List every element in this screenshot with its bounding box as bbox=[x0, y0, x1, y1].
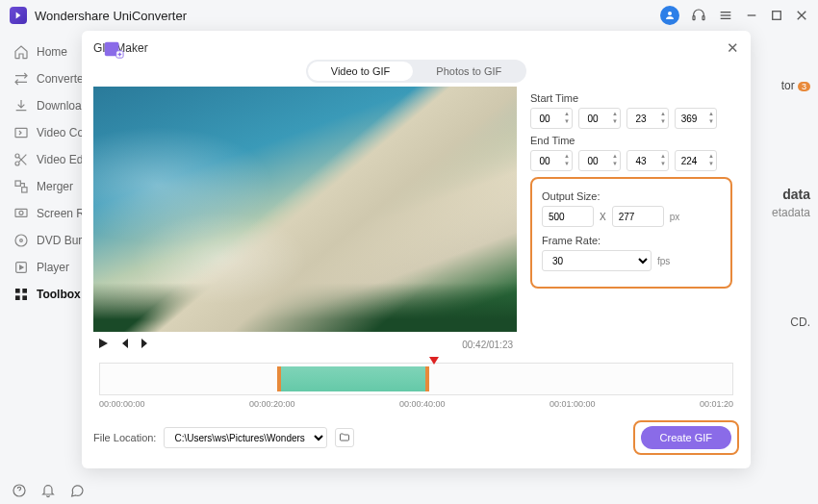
timeline-selection[interactable] bbox=[277, 366, 429, 391]
svg-rect-20 bbox=[15, 289, 20, 293]
timecode: 00:42/01:23 bbox=[462, 340, 513, 350]
end-minutes-input[interactable]: ▲▼ bbox=[578, 150, 621, 171]
frame-rate-label: Frame Rate: bbox=[542, 235, 721, 246]
sidebar-item-label: Toolbox bbox=[37, 288, 81, 301]
start-hours-input[interactable]: ▲▼ bbox=[530, 108, 573, 129]
svg-rect-15 bbox=[15, 209, 27, 216]
sidebar-item-label: Video Editor bbox=[37, 153, 82, 166]
sidebar-item-label: Downloader bbox=[37, 99, 82, 113]
open-folder-button[interactable] bbox=[335, 428, 354, 447]
timeline-labels: 00:00:00:00 00:00:20:00 00:00:40:00 00:0… bbox=[99, 399, 733, 409]
dvd-icon bbox=[13, 233, 29, 248]
svg-point-16 bbox=[19, 211, 23, 214]
sidebar-item-compressor[interactable]: Video Compressor bbox=[13, 119, 82, 146]
sidebar-item-label: Merger bbox=[37, 180, 73, 193]
sidebar: Home Converter Downloader Video Compress… bbox=[0, 31, 82, 473]
modal-close-button[interactable]: ✕ bbox=[727, 39, 739, 57]
start-time-label: Start Time bbox=[530, 92, 732, 104]
sidebar-item-recorder[interactable]: Screen Recorder bbox=[13, 200, 82, 227]
end-hours-input[interactable]: ▲▼ bbox=[530, 150, 573, 171]
frame-rate-select[interactable]: 30 bbox=[542, 250, 652, 271]
sidebar-item-player[interactable]: Player bbox=[13, 254, 82, 281]
create-gif-highlight: Create GIF bbox=[633, 420, 739, 455]
help-icon[interactable] bbox=[12, 483, 27, 498]
sidebar-item-label: Screen Recorder bbox=[37, 207, 82, 220]
minimize-button[interactable] bbox=[745, 9, 758, 22]
titlebar: Wondershare UniConverter bbox=[0, 0, 818, 31]
sidebar-item-toolbox[interactable]: Toolbox bbox=[13, 281, 82, 308]
sidebar-item-label: Player bbox=[37, 261, 69, 274]
file-location-select[interactable]: C:\Users\ws\Pictures\Wonders bbox=[164, 427, 327, 448]
output-height-input[interactable] bbox=[612, 206, 664, 227]
end-time-label: End Time bbox=[530, 135, 732, 146]
start-ms-input[interactable]: ▲▼ bbox=[675, 108, 717, 129]
sidebar-item-label: Video Compressor bbox=[37, 126, 82, 139]
close-button[interactable] bbox=[795, 9, 808, 22]
output-width-input[interactable] bbox=[542, 206, 594, 227]
user-avatar-icon[interactable] bbox=[660, 6, 679, 25]
svg-rect-23 bbox=[22, 295, 27, 300]
sidebar-item-editor[interactable]: Video Editor bbox=[13, 146, 82, 173]
scissors-icon bbox=[13, 152, 29, 167]
sidebar-item-dvd[interactable]: DVD Burner bbox=[13, 227, 82, 254]
svg-point-11 bbox=[15, 154, 19, 158]
recorder-icon bbox=[13, 206, 29, 221]
svg-point-18 bbox=[20, 239, 23, 242]
headset-icon[interactable] bbox=[691, 8, 706, 23]
svg-rect-14 bbox=[22, 188, 27, 192]
sidebar-item-label: Home bbox=[37, 45, 67, 59]
create-gif-button[interactable]: Create GIF bbox=[641, 426, 731, 449]
sidebar-item-converter[interactable]: Converter bbox=[13, 65, 82, 92]
tab-photos-to-gif[interactable]: Photos to GIF bbox=[413, 62, 524, 81]
add-media-button[interactable] bbox=[103, 38, 124, 63]
next-frame-button[interactable] bbox=[140, 338, 151, 352]
output-settings-box: Output Size: X px Frame Rate: 30 fps bbox=[530, 177, 732, 289]
size-separator: X bbox=[600, 212, 606, 222]
svg-rect-21 bbox=[22, 289, 27, 293]
timeline[interactable]: 00:00:00:00 00:00:20:00 00:00:40:00 00:0… bbox=[93, 363, 739, 409]
svg-point-17 bbox=[15, 235, 27, 246]
start-seconds-input[interactable]: ▲▼ bbox=[626, 108, 669, 129]
home-icon bbox=[13, 44, 29, 60]
svg-rect-13 bbox=[15, 181, 20, 186]
feedback-icon[interactable] bbox=[69, 483, 85, 498]
end-ms-input[interactable]: ▲▼ bbox=[675, 150, 717, 171]
svg-point-12 bbox=[15, 162, 19, 165]
player-icon bbox=[13, 260, 29, 275]
merger-icon bbox=[13, 179, 29, 194]
compress-icon bbox=[13, 125, 29, 140]
svg-rect-2 bbox=[703, 16, 704, 20]
svg-point-0 bbox=[668, 12, 672, 15]
tab-video-to-gif[interactable]: Video to GIF bbox=[308, 62, 414, 81]
maximize-button[interactable] bbox=[770, 9, 783, 22]
app-title: Wondershare UniConverter bbox=[35, 9, 187, 23]
sidebar-item-home[interactable]: Home bbox=[13, 38, 82, 65]
prev-frame-button[interactable] bbox=[118, 338, 130, 352]
menu-icon[interactable] bbox=[718, 8, 733, 23]
svg-rect-22 bbox=[15, 295, 20, 300]
sidebar-item-label: DVD Burner bbox=[37, 234, 82, 247]
end-seconds-input[interactable]: ▲▼ bbox=[626, 150, 669, 171]
gif-maker-modal: GIF Maker ✕ Video to GIF Photos to GIF bbox=[82, 31, 751, 468]
app-logo-icon bbox=[10, 7, 27, 24]
rate-unit: fps bbox=[657, 256, 670, 266]
sidebar-item-downloader[interactable]: Downloader bbox=[13, 92, 82, 119]
bell-icon[interactable] bbox=[40, 483, 56, 498]
converter-icon bbox=[13, 71, 29, 87]
playhead-icon[interactable] bbox=[429, 357, 439, 365]
mode-tabs: Video to GIF Photos to GIF bbox=[306, 60, 526, 83]
size-unit: px bbox=[670, 212, 680, 222]
svg-rect-1 bbox=[693, 16, 695, 20]
output-size-label: Output Size: bbox=[542, 190, 721, 202]
toolbox-icon bbox=[13, 287, 29, 302]
sidebar-item-merger[interactable]: Merger bbox=[13, 173, 82, 200]
download-icon bbox=[13, 98, 29, 113]
sidebar-item-label: Converter bbox=[37, 72, 82, 86]
svg-rect-7 bbox=[773, 12, 781, 20]
play-button[interactable] bbox=[97, 338, 109, 352]
video-preview[interactable] bbox=[93, 87, 517, 332]
file-location-label: File Location: bbox=[93, 432, 156, 443]
start-minutes-input[interactable]: ▲▼ bbox=[578, 108, 621, 129]
